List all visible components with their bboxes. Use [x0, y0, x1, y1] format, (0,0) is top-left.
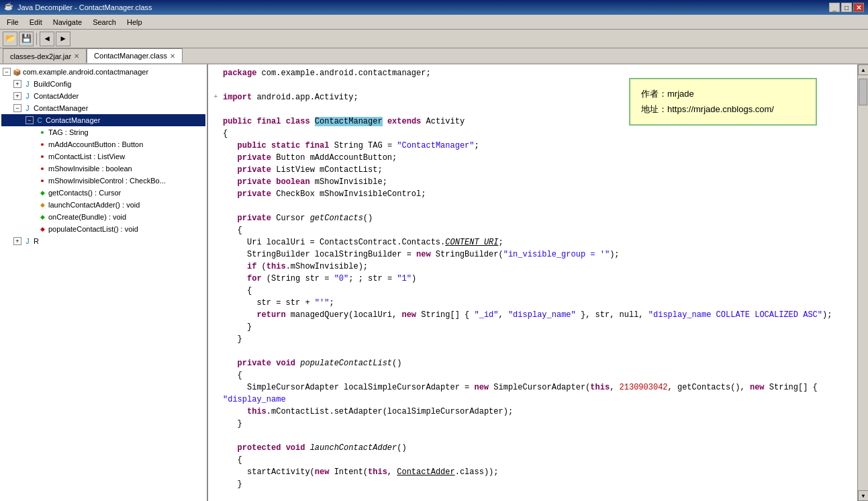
line-content-26: { [223, 369, 852, 381]
contactadder-label: ContactAdder [34, 92, 79, 100]
minimize-button[interactable]: _ [829, 3, 840, 12]
tree-item-populatecontactlist[interactable]: ◆ populateContactList() : void [1, 223, 205, 235]
annotation-box: 作者：mrjade 地址：https://mrjade.cnblogs.com/ [629, 78, 817, 126]
code-panel[interactable]: 作者：mrjade 地址：https://mrjade.cnblogs.com/… [208, 64, 857, 501]
expander-buildconfig[interactable]: + [13, 80, 21, 88]
tree-item-cm-folder[interactable]: − J ContactManager [1, 102, 205, 114]
code-line-14: { [213, 224, 852, 236]
tab-class[interactable]: ContactManager.class ✕ [87, 48, 183, 63]
line-content-32: { [223, 454, 852, 466]
scroll-track[interactable] [858, 75, 868, 490]
tab-class-label: ContactManager.class [94, 52, 167, 60]
buildconfig-label: BuildConfig [34, 80, 71, 88]
line-content-24 [223, 345, 852, 357]
launchcontactadder-label: launchContactAdder() : void [48, 201, 140, 209]
toolbar: 📂 💾 ◀ ▶ [0, 30, 868, 48]
class-icon-contactadder: J [23, 91, 32, 101]
code-line-12 [213, 200, 852, 212]
maddaccountbutton-label: mAddAccountButton : Button [48, 140, 143, 148]
line-content-33: startActivity(new Intent(this, ContactAd… [223, 466, 852, 478]
line-content-34: } [223, 478, 852, 490]
method-icon-populatecontactlist: ◆ [38, 224, 47, 234]
window-controls: _ □ ✕ [829, 3, 864, 12]
menu-edit[interactable]: Edit [24, 17, 48, 28]
tree-item-mshowinvisible[interactable]: ● mShowInvisible : boolean [1, 163, 205, 175]
line-content-19: { [223, 285, 852, 297]
package-label: com.example.android.contactmanager [23, 68, 148, 76]
maximize-button[interactable]: □ [841, 3, 852, 12]
title-bar: ☕ Java Decompiler - ContactManager.class… [0, 0, 868, 15]
line-content-25: private void populateContactList() [223, 357, 852, 369]
populatecontactlist-label: populateContactList() : void [48, 225, 138, 233]
mshowinvisiblecontrol-label: mShowInvisibleControl : CheckBo... [48, 177, 166, 185]
mshowinvisible-label: mShowInvisible : boolean [48, 165, 132, 173]
tab-jar-close[interactable]: ✕ [74, 52, 79, 60]
open-button[interactable]: 📂 [3, 32, 17, 46]
tree-item-package[interactable]: − 📦 com.example.android.contactmanager [1, 66, 205, 78]
toolbar-separator [36, 33, 37, 45]
tab-class-close[interactable]: ✕ [170, 52, 175, 60]
tree-item-getcontacts[interactable]: ◆ getContacts() : Cursor [1, 187, 205, 199]
code-line-8: private Button mAddAccountButton; [213, 152, 852, 164]
expander-r[interactable]: + [13, 237, 21, 245]
tree-item-buildconfig[interactable]: + J BuildConfig [1, 78, 205, 90]
expander-package[interactable]: − [3, 68, 11, 76]
scroll-thumb[interactable] [859, 79, 867, 105]
code-line-28: this.mContactList.setAdapter(localSimple… [213, 406, 852, 418]
tree-item-launchcontactadder[interactable]: ◆ launchContactAdder() : void [1, 199, 205, 211]
line-content-18: for (String str = "0"; ; str = "1") [223, 273, 852, 285]
main-layout: − 📦 com.example.android.contactmanager +… [0, 64, 868, 501]
tree-item-mcontactlist[interactable]: ● mContactList : ListView [1, 150, 205, 163]
expander-contactadder[interactable]: + [13, 92, 21, 100]
code-line-30 [213, 430, 852, 442]
tree-item-r[interactable]: + J R [1, 235, 205, 247]
menu-search[interactable]: Search [87, 17, 122, 28]
menu-navigate[interactable]: Navigate [48, 17, 87, 28]
scroll-down-button[interactable]: ▼ [858, 490, 868, 501]
line-content-11: private CheckBox mShowInvisibleControl; [223, 188, 852, 200]
tree-item-tag[interactable]: ● TAG : String [1, 126, 205, 138]
line-content-28: this.mContactList.setAdapter(localSimple… [223, 406, 852, 418]
annotation-author: 作者：mrjade [641, 86, 805, 101]
line-content-15: Uri localUri = ContactsContract.Contacts… [223, 236, 852, 248]
tree-item-maddaccountbutton[interactable]: ● mAddAccountButton : Button [1, 138, 205, 150]
save-button[interactable]: 💾 [19, 32, 34, 46]
line-content-27: SimpleCursorAdapter localSimpleCursorAda… [223, 381, 852, 406]
tab-jar-label: classes-dex2jar.jar [10, 52, 71, 60]
method-icon-oncreate: ◆ [38, 212, 47, 222]
code-content: 作者：mrjade 地址：https://mrjade.cnblogs.com/… [208, 64, 857, 501]
mcontactlist-label: mContactList : ListView [48, 152, 125, 161]
code-line-27: SimpleCursorAdapter localSimpleCursorAda… [213, 381, 852, 406]
scrollbar[interactable]: ▲ ▼ [857, 64, 868, 501]
tree-panel[interactable]: − 📦 com.example.android.contactmanager +… [0, 64, 208, 501]
code-line-26: { [213, 369, 852, 381]
code-line-25: private void populateContactList() [213, 357, 852, 369]
field-icon-mcontactlist: ● [38, 152, 47, 161]
tree-item-cm-class[interactable]: − C ContactManager [1, 114, 205, 126]
code-line-35 [213, 490, 852, 501]
menu-help[interactable]: Help [122, 17, 148, 28]
code-line-6: { [213, 128, 852, 140]
menu-file[interactable]: File [1, 17, 24, 28]
close-button[interactable]: ✕ [853, 3, 864, 12]
forward-button[interactable]: ▶ [56, 32, 70, 46]
code-line-13: private Cursor getContacts() [213, 212, 852, 224]
method-icon-getcontacts: ◆ [38, 188, 47, 197]
class-icon-buildconfig: J [23, 79, 32, 89]
tree-item-mshowinvisiblecontrol[interactable]: ● mShowInvisibleControl : CheckBo... [1, 175, 205, 187]
code-line-16: StringBuilder localStringBuilder = new S… [213, 248, 852, 261]
expander-cm-class[interactable]: − [26, 116, 34, 124]
line-content-8: private Button mAddAccountButton; [223, 152, 852, 164]
tree-item-oncreate[interactable]: ◆ onCreate(Bundle) : void [1, 211, 205, 223]
tree-item-contactadder[interactable]: + J ContactAdder [1, 90, 205, 102]
class-icon-r: J [23, 236, 32, 246]
oncreate-label: onCreate(Bundle) : void [48, 213, 126, 221]
line-content-16: StringBuilder localStringBuilder = new S… [223, 248, 852, 261]
line-content-10: private boolean mShowInvisible; [223, 176, 852, 188]
back-button[interactable]: ◀ [40, 32, 54, 46]
tab-jar[interactable]: classes-dex2jar.jar ✕ [3, 48, 87, 63]
code-line-20: str = str + "'"; [213, 297, 852, 309]
scroll-up-button[interactable]: ▲ [858, 64, 868, 75]
expander-cm-folder[interactable]: − [13, 104, 21, 112]
line-content-13: private Cursor getContacts() [223, 212, 852, 224]
